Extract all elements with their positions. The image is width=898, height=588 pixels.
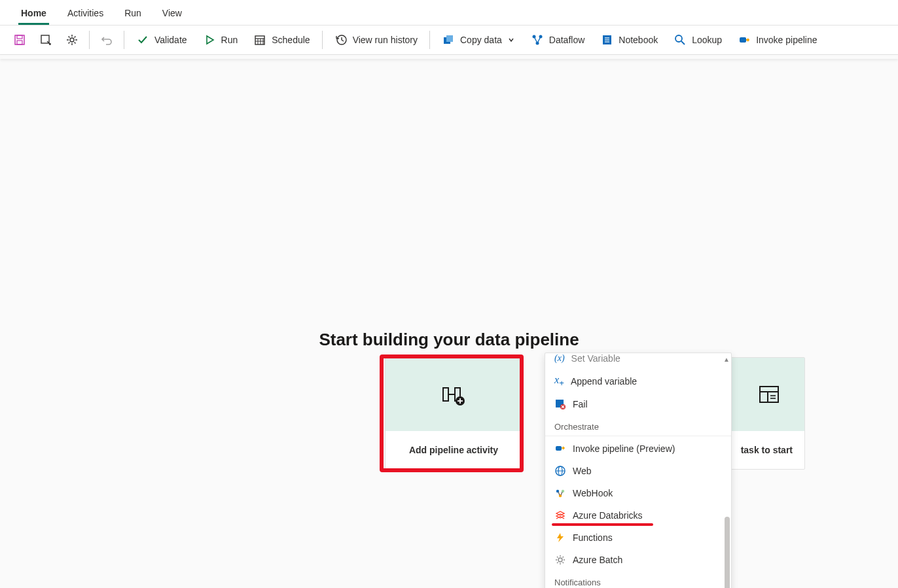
dataflow-icon	[531, 33, 544, 46]
group-notifications: Notifications	[545, 571, 731, 588]
validate-button[interactable]: Validate	[130, 29, 194, 50]
divider	[89, 31, 90, 49]
divider	[322, 31, 323, 49]
invoke-label: Invoke pipeline	[756, 35, 817, 45]
annotation-red-underline	[552, 523, 653, 526]
scroll-up-arrow[interactable]: ▲	[723, 356, 730, 363]
invoke-button[interactable]: Invoke pipeline	[731, 29, 823, 50]
shadow	[0, 55, 898, 59]
save-edit-icon	[39, 33, 52, 46]
svg-line-22	[681, 41, 685, 44]
copydata-button[interactable]: Copy data	[435, 29, 522, 50]
svg-rect-23	[740, 37, 746, 43]
menu-azure-batch[interactable]: Azure Batch	[545, 549, 731, 571]
menu-label: Functions	[573, 532, 613, 543]
variable-icon: (x)	[554, 353, 565, 364]
menu-set-variable[interactable]: (x) Set Variable	[545, 353, 731, 369]
ribbon-tabs: Home Activities Run View	[0, 0, 898, 26]
menu-label: Append variable	[571, 376, 637, 387]
undo-button[interactable]	[95, 29, 118, 50]
activity-add-icon	[440, 381, 467, 407]
menu-webhook[interactable]: WebHook	[545, 482, 731, 504]
run-button[interactable]: Run	[196, 29, 245, 50]
pipeline-canvas[interactable]: Start building your data pipeline Add pi…	[0, 55, 898, 588]
svg-rect-2	[17, 41, 22, 44]
lookup-button[interactable]: Lookup	[667, 29, 728, 50]
notebook-icon	[600, 33, 613, 46]
notebook-label: Notebook	[619, 35, 658, 45]
svg-rect-24	[443, 388, 448, 401]
svg-point-4	[70, 38, 74, 42]
history-icon	[334, 33, 348, 46]
menu-label: Invoke pipeline (Preview)	[573, 443, 675, 454]
invoke-icon	[554, 443, 566, 455]
activity-dropdown: ▲ (x) Set Variable x+ Append variable Fa…	[545, 353, 732, 588]
svg-point-44	[558, 558, 562, 562]
undo-icon	[100, 33, 113, 46]
databricks-icon	[554, 510, 566, 521]
settings-button[interactable]	[60, 29, 84, 50]
menu-label: Azure Databricks	[573, 510, 643, 521]
template-icon	[756, 381, 782, 407]
svg-point-21	[675, 35, 682, 42]
divider	[429, 31, 430, 49]
tab-home[interactable]: Home	[10, 3, 57, 25]
webhook-icon	[554, 487, 566, 499]
invoke-icon	[738, 33, 751, 46]
append-icon: x+	[554, 374, 564, 388]
save-as-button[interactable]	[34, 29, 58, 50]
checkmark-icon	[136, 33, 149, 46]
toolbar: Validate Run Schedule View run history C…	[0, 26, 898, 55]
dropdown-scrollbar[interactable]	[725, 517, 730, 588]
dropdown-scroll[interactable]: (x) Set Variable x+ Append variable Fail…	[545, 353, 731, 588]
save-button[interactable]	[8, 29, 31, 50]
menu-label: Web	[573, 466, 592, 476]
tab-run[interactable]: Run	[114, 3, 152, 25]
globe-icon	[554, 465, 566, 477]
copydata-icon	[442, 33, 455, 46]
copydata-label: Copy data	[460, 35, 502, 45]
menu-invoke-pipeline[interactable]: Invoke pipeline (Preview)	[545, 438, 731, 460]
menu-web[interactable]: Web	[545, 460, 731, 482]
schedule-label: Schedule	[272, 35, 310, 45]
batch-icon	[554, 554, 566, 566]
menu-label: WebHook	[573, 488, 613, 498]
menu-fail[interactable]: Fail	[545, 393, 731, 415]
history-button[interactable]: View run history	[328, 29, 424, 50]
tab-view[interactable]: View	[152, 3, 192, 25]
notebook-button[interactable]: Notebook	[594, 29, 664, 50]
menu-label: Set Variable	[571, 353, 620, 364]
gear-icon	[65, 33, 79, 46]
play-icon	[203, 33, 216, 46]
menu-label: Azure Batch	[573, 555, 622, 565]
history-label: View run history	[353, 35, 418, 45]
svg-rect-13	[446, 35, 453, 42]
calendar-icon	[253, 33, 266, 46]
card-label: Add pipeline activity	[386, 431, 522, 469]
svg-point-14	[532, 35, 535, 39]
chevron-down-icon	[507, 36, 515, 44]
menu-label: Fail	[573, 399, 588, 409]
dataflow-button[interactable]: Dataflow	[524, 29, 591, 50]
svg-rect-30	[760, 387, 778, 402]
validate-label: Validate	[154, 35, 187, 45]
divider	[124, 31, 124, 49]
svg-rect-0	[15, 35, 24, 44]
dataflow-label: Dataflow	[549, 35, 584, 45]
schedule-button[interactable]: Schedule	[247, 29, 316, 50]
fail-icon	[554, 398, 566, 410]
start-heading: Start building your data pipeline	[0, 330, 898, 350]
add-activity-card[interactable]: Add pipeline activity	[385, 357, 522, 470]
lookup-label: Lookup	[692, 35, 722, 45]
save-icon	[13, 33, 26, 46]
svg-point-16	[535, 42, 539, 45]
svg-point-15	[539, 35, 542, 39]
menu-append-variable[interactable]: x+ Append variable	[545, 369, 731, 393]
group-orchestrate: Orchestrate	[545, 415, 731, 436]
functions-icon	[554, 532, 566, 544]
menu-functions[interactable]: Functions	[545, 527, 731, 549]
tab-activities[interactable]: Activities	[57, 3, 114, 25]
run-label: Run	[221, 35, 238, 45]
svg-rect-37	[556, 446, 562, 451]
card-icon-area	[386, 358, 522, 431]
